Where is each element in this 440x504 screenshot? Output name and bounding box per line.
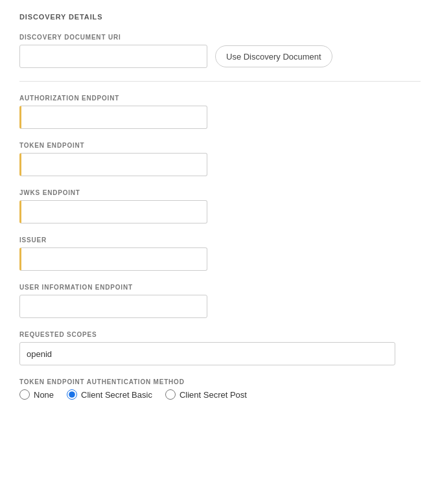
token-auth-method-label: TOKEN ENDPOINT AUTHENTICATION METHOD xyxy=(19,378,421,385)
radio-client-secret-basic[interactable] xyxy=(67,389,77,400)
radio-none[interactable] xyxy=(19,389,30,400)
issuer-group: ISSUER xyxy=(19,236,421,271)
token-endpoint-group: TOKEN ENDPOINT xyxy=(19,142,421,176)
discovery-document-uri-input[interactable] xyxy=(19,45,207,68)
requested-scopes-input[interactable] xyxy=(19,342,395,365)
radio-client-secret-basic-label: Client Secret Basic xyxy=(81,390,152,400)
radio-client-secret-post-label: Client Secret Post xyxy=(179,390,247,400)
radio-none-label: None xyxy=(34,390,54,400)
section-divider xyxy=(19,81,421,82)
token-endpoint-input[interactable] xyxy=(19,153,207,176)
authorization-endpoint-group: AUTHORIZATION ENDPOINT xyxy=(19,95,421,129)
issuer-label: ISSUER xyxy=(19,236,421,244)
token-auth-method-group: TOKEN ENDPOINT AUTHENTICATION METHOD Non… xyxy=(19,378,421,400)
authorization-endpoint-label: AUTHORIZATION ENDPOINT xyxy=(19,95,421,102)
jwks-endpoint-group: JWKS ENDPOINT xyxy=(19,189,421,223)
jwks-endpoint-input[interactable] xyxy=(19,200,207,223)
radio-client-secret-post[interactable] xyxy=(165,389,176,400)
discovery-document-uri-row: Use Discovery Document xyxy=(19,45,421,68)
use-discovery-document-button[interactable]: Use Discovery Document xyxy=(215,45,332,67)
radio-option-none[interactable]: None xyxy=(19,389,54,400)
token-auth-method-radio-group: None Client Secret Basic Client Secret P… xyxy=(19,389,421,400)
discovery-document-uri-label: DISCOVERY DOCUMENT URI xyxy=(19,34,421,41)
requested-scopes-label: REQUESTED SCOPES xyxy=(19,331,421,338)
user-information-endpoint-input[interactable] xyxy=(19,295,207,318)
section-title: DISCOVERY DETAILS xyxy=(19,13,421,21)
radio-option-client-secret-basic[interactable]: Client Secret Basic xyxy=(67,389,152,400)
discovery-document-uri-group: DISCOVERY DOCUMENT URI Use Discovery Doc… xyxy=(19,34,421,68)
authorization-endpoint-input[interactable] xyxy=(19,106,207,129)
token-endpoint-label: TOKEN ENDPOINT xyxy=(19,142,421,149)
page-container: DISCOVERY DETAILS DISCOVERY DOCUMENT URI… xyxy=(0,0,440,504)
user-information-endpoint-label: USER INFORMATION ENDPOINT xyxy=(19,284,421,291)
requested-scopes-group: REQUESTED SCOPES xyxy=(19,331,421,365)
issuer-input[interactable] xyxy=(19,247,207,271)
user-information-endpoint-group: USER INFORMATION ENDPOINT xyxy=(19,284,421,318)
radio-option-client-secret-post[interactable]: Client Secret Post xyxy=(165,389,247,400)
jwks-endpoint-label: JWKS ENDPOINT xyxy=(19,189,421,196)
